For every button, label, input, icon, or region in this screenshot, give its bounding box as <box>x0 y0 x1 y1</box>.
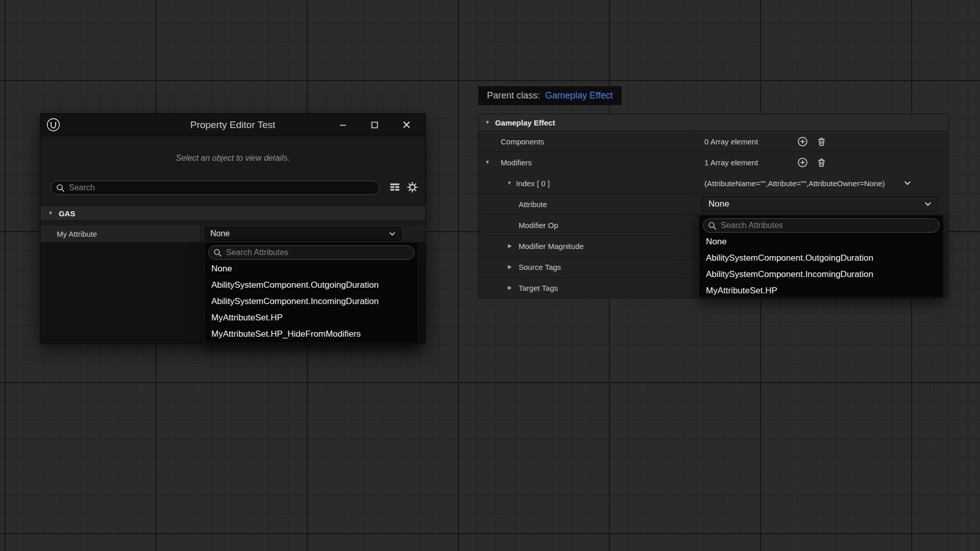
category-header-gas[interactable]: ▼ GAS <box>40 206 425 221</box>
attribute-combobox[interactable]: None <box>702 196 938 212</box>
expander-right-icon[interactable]: ▶ <box>508 264 512 269</box>
row-label: Source Tags <box>519 263 561 271</box>
parent-class-link[interactable]: Gameplay Effect <box>545 90 613 101</box>
clear-array-button[interactable] <box>816 157 827 168</box>
property-row-my-attribute: My Attribute None <box>40 226 425 242</box>
row-index-0: ▼ Index [ 0 ] (AttributeName="",Attribut… <box>479 173 948 194</box>
clear-array-button[interactable] <box>816 136 827 147</box>
expander-down-icon[interactable]: ▼ <box>48 211 53 216</box>
add-element-button[interactable] <box>797 136 808 147</box>
dropdown-item[interactable]: AbilitySystemComponent.OutgoingDuration <box>699 250 943 266</box>
expander-right-icon[interactable]: ▶ <box>508 285 512 290</box>
dropdown-item[interactable]: AbilitySystemComponent.OutgoingDuration <box>205 277 418 293</box>
dropdown-item[interactable]: MyAttributeSet.HP <box>205 310 418 326</box>
row-label: Modifier Op <box>519 221 558 230</box>
expander-down-icon[interactable]: ▼ <box>485 160 490 165</box>
row-label: Attribute <box>519 200 547 209</box>
column-view-button[interactable] <box>389 182 400 193</box>
array-count: 1 Array element <box>704 158 758 167</box>
my-attribute-combobox[interactable]: None <box>205 227 401 241</box>
parent-class-badge: Parent class: Gameplay Effect <box>478 86 622 105</box>
dropdown-search-input[interactable] <box>721 221 935 230</box>
dropdown-item[interactable]: None <box>699 234 943 250</box>
parent-class-label: Parent class: <box>487 90 540 101</box>
dropdown-item[interactable]: None <box>205 261 418 277</box>
search-icon <box>56 184 65 192</box>
combobox-value: None <box>708 199 729 209</box>
dropdown-item[interactable]: MyAttributeSet.HP <box>699 283 943 299</box>
row-label: Index [ 0 ] <box>516 179 550 188</box>
category-label: Gameplay Effect <box>495 118 555 127</box>
window-controls <box>339 120 425 129</box>
property-value-cell: None <box>201 226 425 242</box>
search-icon <box>213 248 222 257</box>
chevron-down-icon[interactable] <box>904 181 911 186</box>
search-icon <box>708 221 717 230</box>
dropdown-item-list: None AbilitySystemComponent.OutgoingDura… <box>699 234 943 299</box>
array-count: 0 Array element <box>704 137 758 146</box>
row-label: Modifiers <box>501 158 532 167</box>
category-label: GAS <box>59 209 76 218</box>
add-element-button[interactable] <box>797 157 808 168</box>
category-header-gameplay-effect[interactable]: ▼ Gameplay Effect <box>479 114 948 131</box>
dropdown-search-bar[interactable] <box>703 218 940 233</box>
table-icon <box>389 182 400 193</box>
combobox-value: None <box>210 229 230 238</box>
row-label: Components <box>501 137 544 146</box>
struct-preview-text: (AttributeName="",Attribute="",Attribute… <box>704 179 885 188</box>
window-titlebar[interactable]: Property Editor Test <box>40 114 425 136</box>
attribute-dropdown-menu: None AbilitySystemComponent.OutgoingDura… <box>204 242 419 343</box>
dropdown-search-bar[interactable] <box>208 245 414 260</box>
expander-down-icon[interactable]: ▼ <box>485 120 490 125</box>
expander-down-icon[interactable]: ▼ <box>507 181 512 186</box>
property-label: My Attribute <box>40 226 201 242</box>
dropdown-item[interactable]: AbilitySystemComponent.IncomingDuration <box>699 266 943 283</box>
minimize-button[interactable] <box>339 121 347 129</box>
blueprint-graph-background: Parent class: Gameplay Effect Property E… <box>0 0 980 551</box>
empty-selection-hint: Select an object to view details. <box>40 154 425 163</box>
chevron-down-icon <box>924 202 932 207</box>
row-modifiers: ▼ Modifiers 1 Array element <box>479 152 948 173</box>
dropdown-item[interactable]: MyAttributeSet.HP_HideFromModifiers <box>205 326 418 342</box>
gear-icon <box>407 182 418 193</box>
unreal-logo-icon <box>46 118 60 132</box>
settings-button[interactable] <box>407 182 418 193</box>
row-components: Components 0 Array element <box>479 131 948 152</box>
dropdown-search-input[interactable] <box>226 248 409 257</box>
row-label: Modifier Magnitude <box>519 242 584 251</box>
expander-right-icon[interactable]: ▶ <box>508 243 512 248</box>
dropdown-item[interactable]: AbilitySystemComponent.IncomingDuration <box>205 293 418 310</box>
search-bar[interactable] <box>51 181 380 195</box>
maximize-button[interactable] <box>371 121 379 129</box>
attribute-dropdown-menu: None AbilitySystemComponent.OutgoingDura… <box>699 215 944 297</box>
dropdown-item-list: None AbilitySystemComponent.OutgoingDura… <box>205 261 418 342</box>
row-attribute: Attribute None <box>479 194 948 215</box>
search-input[interactable] <box>69 183 374 192</box>
chevron-down-icon <box>389 232 396 236</box>
close-button[interactable] <box>402 120 411 129</box>
row-label: Target Tags <box>519 284 558 292</box>
